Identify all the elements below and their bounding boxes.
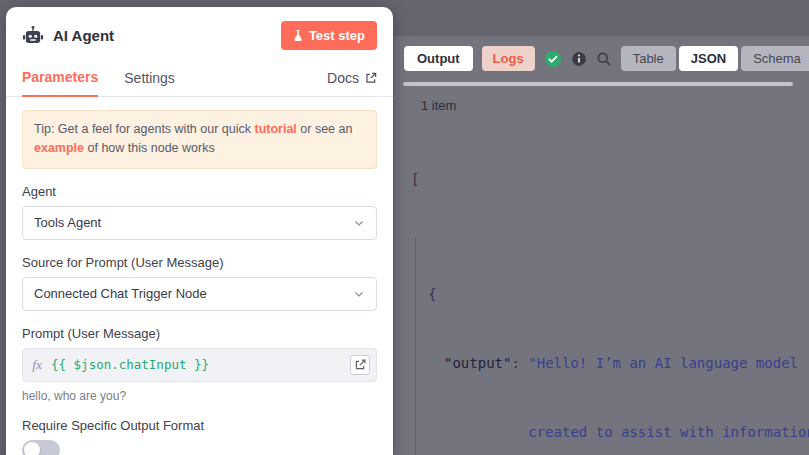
node-title: AI Agent [53,27,114,44]
example-link[interactable]: example [34,141,84,155]
tip-text: Tip: Get a feel for agents with our quic… [34,122,254,136]
view-mode-tabs: Table JSON Schema [621,46,809,71]
json-value-line: "Hello! I’m an AI language model [528,355,798,371]
agent-select[interactable]: Tools Agent [22,206,377,240]
external-link-icon [365,72,377,84]
output-format-label: Require Specific Output Format [22,418,377,433]
items-count: 1 item [421,98,456,113]
docs-label: Docs [327,70,359,86]
agent-field-label: Agent [22,184,377,199]
docs-link[interactable]: Docs [327,61,377,96]
tutorial-link[interactable]: tutorial [254,122,296,136]
prompt-field-label: Prompt (User Message) [22,326,377,341]
output-panel-header: Output Logs Table JSON Schema [404,46,799,71]
tab-parameters[interactable]: Parameters [22,60,98,97]
tab-output[interactable]: Output [404,46,473,71]
prompt-expression-input[interactable]: fx {{ $json.chatInput }} [22,348,377,382]
tip-text: of how this node works [84,141,215,155]
chevron-down-icon [353,288,365,300]
node-details-panel: AI Agent Test step Parameters Settings D… [6,7,393,455]
node-tabs: Parameters Settings Docs [6,56,393,97]
tab-settings[interactable]: Settings [124,61,175,96]
output-format-toggle[interactable] [22,440,60,455]
horizontal-scrollbar[interactable] [403,82,793,86]
tab-logs[interactable]: Logs [482,46,535,71]
view-tab-table[interactable]: Table [621,46,676,71]
parameters-content: Tip: Get a feel for agents with our quic… [6,97,393,455]
tip-callout: Tip: Get a feel for agents with our quic… [22,110,377,169]
flask-icon [293,29,303,42]
prompt-source-label: Source for Prompt (User Message) [22,255,377,270]
json-key: "output" [444,355,511,371]
robot-icon [22,25,44,47]
test-step-label: Test step [309,28,365,43]
info-circle-icon[interactable] [571,51,587,67]
fx-icon: fx [23,357,51,373]
chevron-down-icon [353,217,365,229]
node-header: AI Agent Test step [6,7,393,56]
tip-text: or see an [297,122,353,136]
json-bracket-open: [ [411,171,419,187]
prompt-source-select[interactable]: Connected Chat Trigger Node [22,277,377,311]
agent-select-value: Tools Agent [34,215,101,230]
prompt-source-value: Connected Chat Trigger Node [34,286,207,301]
view-tab-json[interactable]: JSON [679,46,738,71]
expand-expression-icon[interactable] [350,355,370,375]
json-brace-open: { [428,286,436,302]
toggle-knob [24,442,40,455]
view-tab-schema[interactable]: Schema [741,46,809,71]
expression-code: {{ $json.chatInput }} [51,357,209,372]
search-icon[interactable] [596,51,612,67]
test-step-button[interactable]: Test step [281,21,377,50]
json-output: [ { "output": "Hello! I’m an AI language… [411,122,809,455]
check-circle-icon [544,50,562,68]
json-indent-guide: { "output": "Hello! I’m an AI language m… [415,237,809,455]
expression-preview: hello, who are you? [22,389,377,403]
json-colon: : [511,355,528,371]
json-value-line: created to assist with information, [528,424,809,440]
